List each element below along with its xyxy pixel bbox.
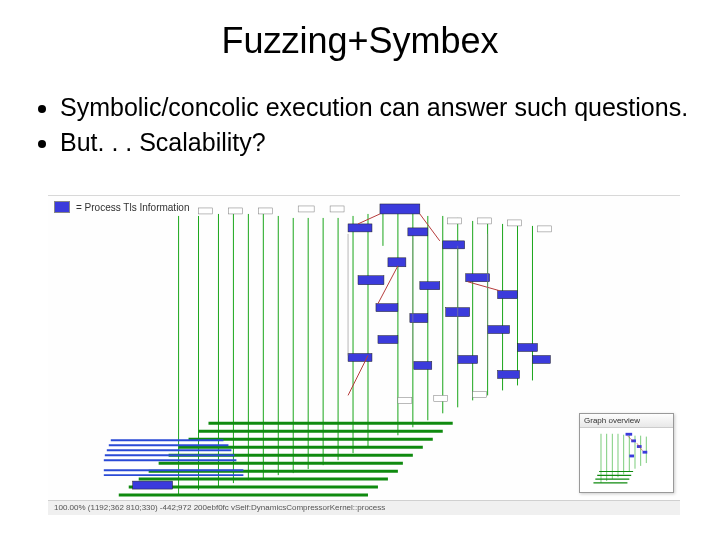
svg-rect-66 (199, 208, 213, 214)
bullet-item: Symbolic/concolic execution can answer s… (60, 92, 690, 123)
svg-rect-57 (414, 361, 432, 369)
svg-rect-48 (466, 274, 490, 282)
status-bar: 100.00% (1192;362 810;330) -442;972 200e… (48, 500, 680, 515)
svg-rect-43 (408, 228, 428, 236)
svg-rect-100 (629, 455, 634, 458)
cfg-graph-screenshot: = Process Tls Information (48, 195, 680, 515)
svg-line-101 (627, 436, 633, 442)
svg-rect-41 (380, 204, 420, 214)
svg-rect-62 (298, 206, 314, 212)
svg-rect-58 (458, 356, 478, 364)
svg-rect-50 (376, 304, 398, 312)
svg-rect-67 (448, 218, 462, 224)
svg-rect-44 (443, 241, 465, 249)
svg-rect-64 (258, 208, 272, 214)
svg-rect-63 (330, 206, 344, 212)
svg-rect-71 (398, 397, 412, 403)
overview-panel-title: Graph overview (580, 414, 673, 428)
bullet-item: But. . . Scalability? (60, 127, 690, 158)
overview-mini-graph (584, 430, 669, 487)
svg-line-75 (420, 214, 440, 241)
svg-rect-55 (378, 336, 398, 344)
svg-rect-42 (348, 224, 372, 232)
svg-rect-59 (498, 370, 520, 378)
svg-rect-54 (518, 344, 538, 352)
svg-rect-60 (532, 356, 550, 364)
svg-rect-65 (228, 208, 242, 214)
svg-rect-47 (420, 282, 440, 290)
svg-rect-45 (388, 258, 406, 267)
svg-rect-72 (434, 395, 448, 401)
svg-rect-73 (473, 391, 487, 397)
svg-rect-96 (626, 433, 633, 436)
slide-title: Fuzzing+Symbex (0, 20, 720, 62)
svg-rect-99 (643, 451, 648, 454)
svg-rect-69 (508, 220, 522, 226)
overview-panel[interactable]: Graph overview (579, 413, 674, 493)
svg-rect-53 (488, 326, 510, 334)
svg-rect-49 (498, 291, 518, 299)
svg-rect-70 (537, 226, 551, 232)
svg-rect-61 (133, 481, 173, 489)
svg-rect-56 (348, 354, 372, 362)
svg-rect-46 (358, 276, 384, 285)
svg-rect-68 (478, 218, 492, 224)
bullet-list: Symbolic/concolic execution can answer s… (32, 92, 690, 159)
svg-line-74 (358, 214, 380, 224)
